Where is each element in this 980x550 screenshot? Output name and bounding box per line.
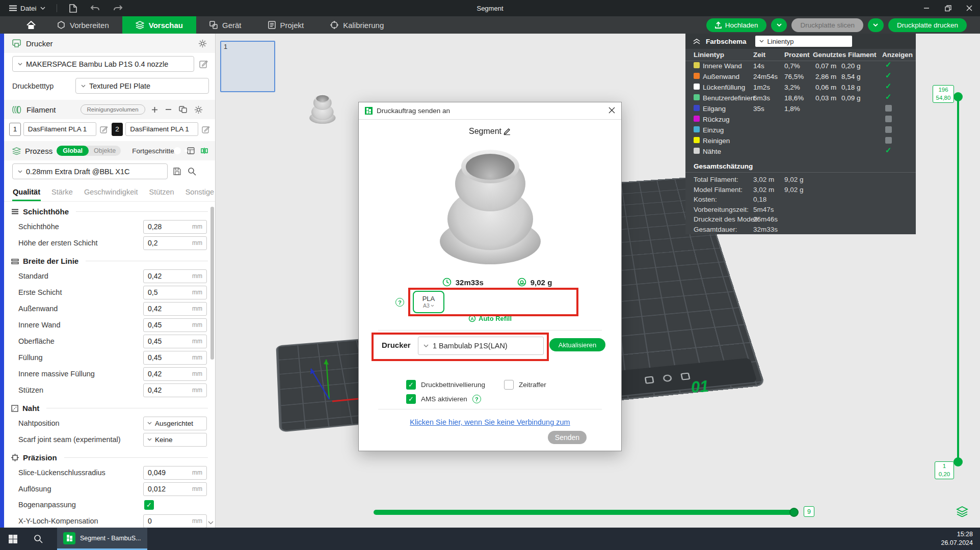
tab-geraet[interactable]: Gerät: [196, 16, 255, 34]
setting-input[interactable]: 0,28mm: [143, 220, 207, 234]
printer-settings-gear-icon[interactable]: [198, 39, 207, 48]
bed-type-select[interactable]: Textured PEI Plate: [75, 78, 209, 94]
tab-vorbereiten[interactable]: Vorbereiten: [44, 16, 122, 34]
add-filament-button[interactable]: [150, 105, 159, 114]
visibility-checkbox[interactable]: [885, 105, 892, 112]
scope-global[interactable]: Global: [57, 146, 89, 156]
view-mode-select[interactable]: Linientyp: [755, 36, 852, 47]
layer-slider-bottom-handle[interactable]: [953, 457, 963, 466]
upload-button[interactable]: Hochladen: [706, 18, 767, 32]
setting-select[interactable]: Ausgerichtet: [143, 417, 207, 430]
visibility-checkbox[interactable]: [885, 116, 892, 122]
filament-2-name[interactable]: DasFilament PLA 1: [125, 122, 198, 136]
taskbar-app-bambustudio[interactable]: Segment - BambuS...: [57, 528, 147, 550]
filament-1-index[interactable]: 1: [9, 123, 21, 136]
send-button[interactable]: Senden: [548, 431, 587, 444]
sidebar-scrollbar[interactable]: [210, 207, 214, 360]
save-preset-icon[interactable]: [172, 166, 182, 177]
visibility-checkbox[interactable]: [885, 84, 892, 90]
ams-slot-chip[interactable]: PLA A3: [413, 291, 444, 313]
setting-input[interactable]: 0,42mm: [143, 269, 207, 283]
setting-checkbox[interactable]: ✓: [144, 500, 154, 510]
setting-input[interactable]: 0,45mm: [143, 335, 207, 348]
setting-input[interactable]: 0,2mm: [143, 236, 207, 250]
undo-button[interactable]: [86, 4, 104, 13]
timelapse-checkbox[interactable]: ✓: [504, 380, 514, 390]
dialog-close-icon[interactable]: [608, 107, 615, 114]
slice-dropdown-button[interactable]: [771, 18, 787, 32]
layer-slider-top-handle[interactable]: [953, 92, 963, 101]
connection-help-link[interactable]: Klicken Sie hier, wenn Sie keine Verbind…: [359, 418, 621, 426]
tab-stuetzen[interactable]: Stützen: [148, 183, 174, 201]
setting-select[interactable]: Keine: [143, 433, 207, 447]
home-button[interactable]: [18, 16, 44, 34]
tab-kalibrierung[interactable]: Kalibrierung: [317, 16, 397, 34]
edit-job-name-icon[interactable]: [503, 127, 511, 135]
restore-button[interactable]: [937, 0, 959, 16]
filament-2-index[interactable]: 2: [112, 123, 123, 136]
search-preset-icon[interactable]: [187, 166, 197, 177]
print-dropdown-button[interactable]: [868, 18, 884, 32]
ams-enable-checkbox[interactable]: ✓: [406, 394, 416, 404]
step-slider-track[interactable]: [374, 510, 798, 515]
setting-input[interactable]: 0mm: [143, 514, 207, 528]
taskbar-clock[interactable]: 15:28 26.07.2024: [941, 530, 980, 547]
visibility-checkbox[interactable]: [885, 126, 892, 133]
plate-thumbnail[interactable]: 1: [220, 41, 275, 92]
setting-input[interactable]: 0,5mm: [143, 286, 207, 299]
printer-select[interactable]: MAKERSPACE Bambu Lab P1S 0.4 nozzle: [12, 56, 194, 72]
visibility-checkbox[interactable]: [885, 94, 892, 101]
ams-mapping-help-icon[interactable]: ?: [395, 298, 404, 307]
slice-plate-button[interactable]: Druckplatte slicen: [791, 18, 863, 32]
bed-leveling-checkbox[interactable]: ✓: [406, 380, 416, 390]
tab-staerke[interactable]: Stärke: [51, 183, 73, 201]
filament-1-name[interactable]: DasFilament PLA 1: [23, 122, 96, 136]
edit-filament-1-icon[interactable]: [99, 124, 109, 134]
setting-input[interactable]: 0,45mm: [143, 351, 207, 365]
layer-slider-track[interactable]: [957, 96, 959, 463]
process-preset-select[interactable]: 0.28mm Extra Draft @BBL X1C: [12, 163, 168, 179]
close-button[interactable]: [959, 0, 980, 16]
setting-input[interactable]: 0,049mm: [143, 466, 207, 480]
compare-presets-icon[interactable]: [200, 146, 209, 155]
visibility-checkbox[interactable]: [885, 62, 892, 69]
setting-input[interactable]: 0,42mm: [143, 302, 207, 316]
tab-geschwindigkeit[interactable]: Geschwindigkeit: [84, 183, 139, 201]
visibility-checkbox[interactable]: [885, 73, 892, 79]
scroll-down-icon[interactable]: [208, 521, 214, 525]
auto-refill-button[interactable]: A Auto Refill: [359, 315, 621, 322]
tab-qualitaet[interactable]: Qualität: [12, 183, 41, 201]
start-button[interactable]: [0, 528, 25, 550]
file-menu[interactable]: Datei: [6, 3, 48, 14]
scope-toggle[interactable]: Global Objekte: [57, 146, 121, 156]
parameter-table-icon[interactable]: [186, 146, 196, 155]
ams-sync-icon[interactable]: [178, 105, 188, 114]
visibility-checkbox[interactable]: [885, 137, 892, 144]
tab-projekt[interactable]: Projekt: [255, 16, 317, 34]
minimize-button[interactable]: [916, 0, 937, 16]
edit-filament-2-icon[interactable]: [201, 124, 211, 134]
scope-objects[interactable]: Objekte: [89, 146, 121, 156]
print-plate-button[interactable]: Druckplatte drucken: [888, 18, 967, 32]
refresh-printers-button[interactable]: Aktualisieren: [549, 338, 605, 351]
edit-printer-icon[interactable]: [198, 59, 209, 69]
target-printer-select[interactable]: 1 Bambulab P1S(LAN): [418, 337, 544, 355]
tab-sonstige[interactable]: Sonstige: [185, 183, 215, 201]
setting-input[interactable]: 0,45mm: [143, 318, 207, 332]
collapse-panel-icon[interactable]: [693, 39, 700, 44]
flushing-volumes-button[interactable]: Reinigungsvolumen: [81, 104, 145, 115]
setting-input[interactable]: 0,42mm: [143, 383, 207, 397]
new-project-button[interactable]: [65, 3, 81, 14]
step-slider-handle[interactable]: [789, 508, 799, 517]
visibility-checkbox[interactable]: [885, 148, 892, 154]
setting-input[interactable]: 0,42mm: [143, 367, 207, 381]
setting-input[interactable]: 0,012mm: [143, 482, 207, 496]
filament-settings-gear-icon[interactable]: [193, 104, 204, 115]
redo-button[interactable]: [109, 4, 127, 13]
layers-view-icon[interactable]: [956, 506, 968, 517]
tab-vorschau[interactable]: Vorschau: [122, 16, 196, 34]
divider: [378, 330, 602, 331]
remove-filament-button[interactable]: [164, 107, 173, 112]
taskbar-search-icon[interactable]: [25, 528, 51, 550]
ams-help-icon[interactable]: ?: [472, 395, 481, 403]
